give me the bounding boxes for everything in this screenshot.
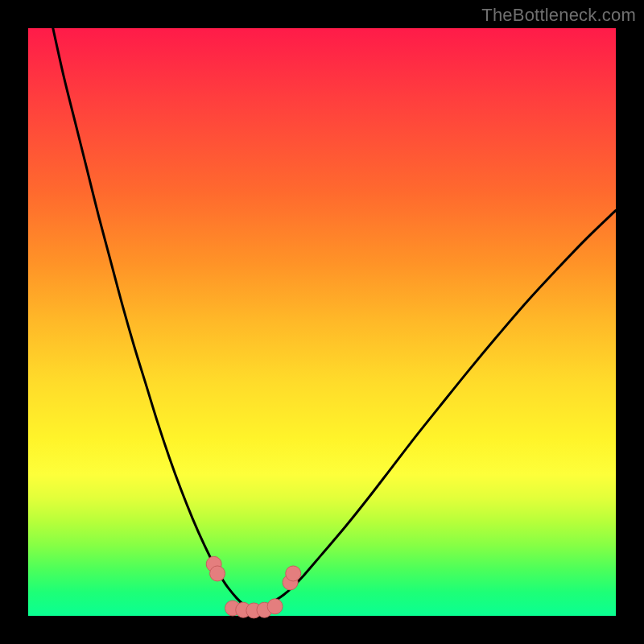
chart-frame: TheBottleneck.com bbox=[0, 0, 644, 644]
chart-svg bbox=[28, 28, 616, 616]
chart-marker bbox=[286, 566, 301, 581]
bottleneck-curve-right bbox=[251, 210, 616, 609]
watermark-text: TheBottleneck.com bbox=[481, 5, 636, 26]
chart-marker bbox=[267, 599, 283, 614]
plot-area bbox=[28, 28, 616, 616]
bottleneck-curve-left bbox=[52, 23, 251, 610]
chart-marker bbox=[210, 566, 225, 581]
chart-markers bbox=[206, 556, 301, 618]
